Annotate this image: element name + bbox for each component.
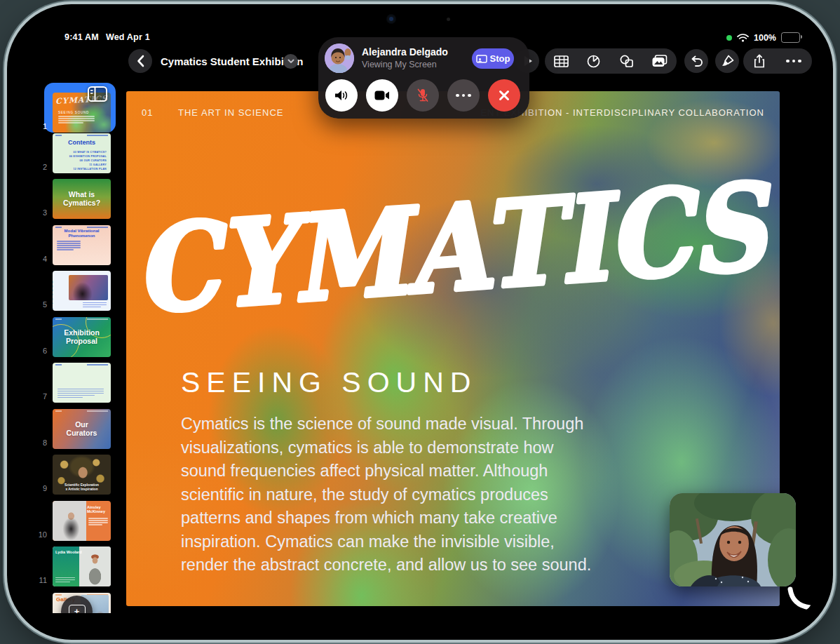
sharing-status: Viewing My Screen (362, 60, 437, 69)
slide-number: 3 (29, 208, 47, 217)
slide-thumbnail-10[interactable]: Ainsley McKinney (53, 501, 111, 541)
curator-photo (53, 501, 86, 541)
screen-share-icon (476, 55, 487, 63)
slide-thumbnail-4[interactable]: Modal Vibrational Phenomenon (53, 225, 111, 265)
slide-thumbnail-8[interactable]: Our Curators (53, 409, 111, 449)
undo-button[interactable] (684, 49, 708, 73)
slide-thumbnail-3[interactable]: What is Cymatics? (53, 179, 111, 219)
stop-sharing-button[interactable]: Stop (472, 48, 514, 69)
format-brush-button[interactable] (715, 49, 739, 73)
slide-header-left: THE ART IN SCIENCE (178, 107, 283, 118)
slide-page-number: 01 (142, 107, 153, 118)
wifi-icon (737, 34, 749, 42)
slide-number: 5 (29, 300, 47, 309)
cymatic-pattern (89, 244, 107, 262)
document-title[interactable]: Cymatics Student Exhibition (161, 55, 303, 67)
slide-thumbnail-11[interactable]: Lydia Woolard (53, 546, 111, 586)
close-icon (499, 90, 510, 101)
pip-portrait (670, 493, 796, 586)
status-bar-right: 100% (726, 32, 800, 43)
slide-thumbnail-2[interactable]: Contents 03 WHAT IS CYMATICS? 06 EXHIBIT… (53, 133, 111, 173)
undo-icon (690, 55, 703, 67)
facetime-pip-self-view[interactable] (670, 493, 796, 586)
memoji-avatar-icon (325, 43, 354, 73)
table-icon (554, 55, 569, 67)
status-date: Wed Apr 1 (106, 32, 150, 42)
status-time: 9:41 AM (65, 32, 99, 42)
slide-body-text: Cymatics is the science of sound made vi… (181, 412, 602, 577)
slide-thumbnail-6[interactable]: Exhibition Proposal (53, 317, 111, 357)
share-icon (754, 54, 765, 68)
battery-icon (781, 32, 800, 43)
share-button[interactable] (754, 54, 765, 68)
mic-muted-button[interactable] (407, 79, 439, 112)
chevron-left-icon (137, 55, 144, 67)
sidebar-toggle-button[interactable] (86, 86, 109, 102)
chevron-down-icon (287, 59, 294, 64)
mic-muted-icon (416, 88, 429, 102)
chart-button[interactable] (587, 55, 600, 68)
screen: 9:41 AM Wed Apr 1 100% Cymatics Student … (26, 25, 814, 613)
avatar (325, 43, 354, 73)
title-menu-button[interactable] (283, 54, 298, 69)
cymatic-pattern (94, 367, 106, 379)
more-button[interactable] (786, 60, 801, 63)
back-button[interactable] (128, 49, 152, 73)
shapes-icon (619, 55, 634, 67)
speaker-button[interactable] (325, 79, 358, 112)
photos-icon (652, 55, 668, 67)
shapes-button[interactable] (619, 55, 634, 67)
process-photo (69, 275, 108, 300)
cymatic-pattern (76, 367, 88, 379)
end-call-button[interactable] (488, 79, 520, 112)
status-bar-left: 9:41 AM Wed Apr 1 (65, 32, 150, 42)
sensor-dot (447, 18, 450, 21)
corner-arc-mark (787, 586, 814, 612)
screen-sharing-indicator-icon (726, 35, 732, 41)
facetime-shareplay-overlay: Alejandra Delgado Viewing My Screen Stop (318, 37, 529, 119)
speaker-icon (334, 89, 349, 102)
camera-button[interactable] (366, 79, 398, 112)
slide-navigator: 1 CYMATICS SEEING SOUND 2 Contents (26, 74, 126, 613)
slide-number: 4 (29, 255, 47, 263)
slide-thumbnail-5[interactable]: Process (53, 271, 111, 311)
slide-number: 6 (29, 347, 47, 355)
media-button[interactable] (652, 55, 668, 67)
more-controls-button[interactable] (447, 79, 480, 112)
video-camera-icon (374, 90, 390, 100)
cymatics-script-title: CYMATICS (126, 132, 780, 370)
table-button[interactable] (554, 55, 569, 67)
slide-number: 10 (29, 530, 47, 539)
slide-thumbnail-7[interactable] (53, 363, 111, 403)
slide-number: 7 (29, 392, 47, 401)
caller-name: Alejandra Delgado (362, 46, 448, 58)
slide-number: 2 (29, 163, 47, 171)
slide-number: 1 (29, 122, 47, 130)
format-brush-icon (721, 55, 734, 68)
slide-thumbnail-9[interactable]: Scientific Exploration x Artistic Inspir… (53, 455, 111, 495)
insert-toolbar-group (545, 48, 677, 74)
slide-number: 11 (29, 576, 47, 584)
slide-number: 8 (29, 438, 47, 447)
sidebar-toggle-icon (88, 86, 107, 102)
pie-chart-icon (587, 55, 600, 68)
ipad-device-frame: 9:41 AM Wed Apr 1 100% Cymatics Student … (7, 4, 833, 640)
svg-text:CYMATICS: CYMATICS (130, 156, 777, 340)
plus-icon: + (69, 605, 86, 613)
slide-heading: SEEING SOUND (181, 366, 477, 399)
cymatic-pattern (57, 367, 69, 379)
curator-photo (79, 546, 111, 586)
battery-percent: 100% (754, 33, 776, 43)
share-toolbar-group (743, 48, 812, 74)
front-camera (386, 14, 396, 24)
slide-number: 9 (29, 484, 47, 492)
ellipsis-icon (456, 94, 471, 98)
